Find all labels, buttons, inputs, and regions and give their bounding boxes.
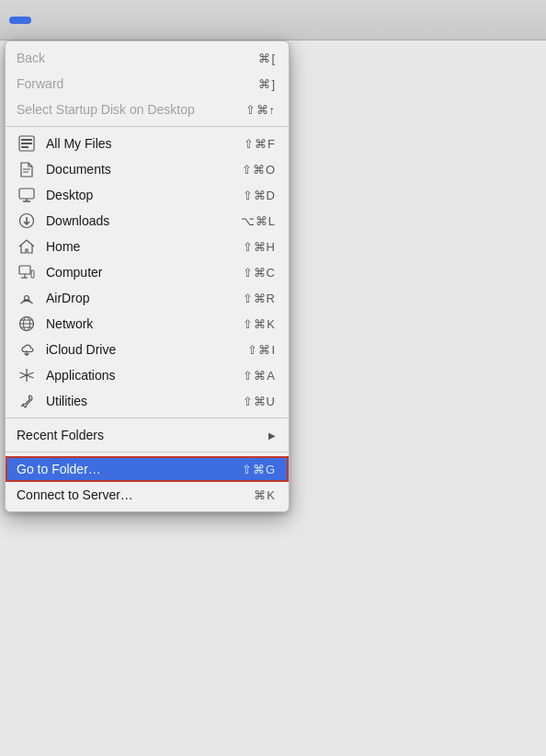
- menu-item-left-all-my-files: All My Files: [17, 133, 112, 154]
- menu-item-left-documents: Documents: [17, 159, 111, 179]
- menu-section-1: All My Files⇧⌘F Documents⇧⌘O Desktop⇧⌘D …: [6, 126, 289, 418]
- menu-item-all-my-files[interactable]: All My Files⇧⌘F: [6, 131, 289, 156]
- menu-item-left-forward: Forward: [17, 76, 63, 91]
- menu-item-label-airdrop: AirDrop: [46, 291, 89, 305]
- downloads-icon: [17, 211, 37, 231]
- menu-go[interactable]: [9, 17, 31, 24]
- menu-item-shortcut-home: ⇧⌘H: [243, 240, 276, 254]
- menu-item-left-network: Network: [17, 314, 93, 334]
- svg-rect-6: [19, 189, 34, 199]
- menu-item-label-go-to-folder: Go to Folder…: [17, 462, 101, 476]
- menu-item-computer[interactable]: Computer⇧⌘C: [6, 259, 289, 285]
- svg-rect-14: [31, 270, 34, 278]
- menu-item-shortcut-utilities: ⇧⌘U: [243, 395, 276, 408]
- menu-item-icloud-drive[interactable]: iCloud Drive⇧⌘I: [6, 337, 289, 362]
- menu-item-label-documents: Documents: [46, 162, 111, 177]
- menu-item-back: Back⌘[: [6, 45, 289, 71]
- menu-section-3: Go to Folder…⇧⌘GConnect to Server…⌘K: [6, 452, 289, 511]
- menu-item-left-go-to-folder: Go to Folder…: [17, 462, 101, 476]
- menu-section-0: Back⌘[Forward⌘]Select Startup Disk on De…: [6, 41, 289, 126]
- submenu-arrow-icon: ▶: [268, 430, 276, 441]
- menu-item-label-network: Network: [46, 316, 93, 331]
- desktop-icon: [17, 185, 37, 205]
- computer-icon: [17, 262, 37, 282]
- menu-item-left-icloud-drive: iCloud Drive: [17, 339, 116, 360]
- menu-section-2: Recent Folders▶: [6, 418, 289, 452]
- menu-bar: [0, 0, 546, 40]
- svg-rect-3: [21, 146, 28, 148]
- menu-item-left-applications: Applications: [17, 365, 116, 385]
- menu-item-forward: Forward⌘]: [6, 71, 289, 97]
- menu-item-left-startup-disk: Select Startup Disk on Desktop: [17, 102, 195, 117]
- menu-item-shortcut-airdrop: ⇧⌘R: [243, 292, 276, 305]
- menu-item-left-connect-to-server: Connect to Server…: [17, 487, 133, 502]
- menu-item-label-applications: Applications: [46, 368, 116, 383]
- menu-item-label-utilities: Utilities: [46, 394, 87, 408]
- menu-item-applications[interactable]: Applications⇧⌘A: [6, 362, 289, 388]
- menu-item-label-back: Back: [17, 51, 45, 65]
- menu-item-left-utilities: Utilities: [17, 391, 87, 411]
- menu-item-shortcut-connect-to-server: ⌘K: [254, 488, 276, 502]
- menu-item-shortcut-startup-disk: ⇧⌘↑: [245, 103, 277, 117]
- menu-help[interactable]: [53, 17, 75, 24]
- menu-item-label-downloads: Downloads: [46, 213, 109, 228]
- all-my-files-icon: [17, 133, 37, 154]
- menu-item-shortcut-back: ⌘[: [258, 52, 276, 65]
- menu-item-airdrop[interactable]: AirDrop⇧⌘R: [6, 285, 289, 311]
- menu-item-left-airdrop: AirDrop: [17, 288, 89, 308]
- menu-item-label-all-my-files: All My Files: [46, 136, 112, 151]
- menu-item-shortcut-icloud-drive: ⇧⌘I: [247, 343, 276, 357]
- menu-item-label-startup-disk: Select Startup Disk on Desktop: [17, 102, 195, 117]
- menu-item-connect-to-server[interactable]: Connect to Server…⌘K: [6, 482, 289, 508]
- svg-rect-11: [19, 266, 30, 274]
- menu-item-home[interactable]: Home⇧⌘H: [6, 234, 289, 259]
- menu-item-network[interactable]: Network⇧⌘K: [6, 311, 289, 337]
- menu-item-desktop[interactable]: Desktop⇧⌘D: [6, 182, 289, 208]
- menu-item-shortcut-network: ⇧⌘K: [243, 317, 276, 331]
- menu-item-startup-disk: Select Startup Disk on Desktop⇧⌘↑: [6, 97, 289, 122]
- network-icon: [17, 314, 37, 334]
- menu-item-left-back: Back: [17, 51, 45, 65]
- menu-item-label-connect-to-server: Connect to Server…: [17, 487, 133, 502]
- menu-item-label-home: Home: [46, 239, 80, 254]
- applications-icon: [17, 365, 37, 385]
- menu-item-shortcut-all-my-files: ⇧⌘F: [244, 137, 276, 151]
- menu-item-documents[interactable]: Documents⇧⌘O: [6, 156, 289, 182]
- menu-item-left-recent-folders: Recent Folders: [17, 428, 104, 442]
- menu-item-label-desktop: Desktop: [46, 188, 93, 202]
- icloud-drive-icon: [17, 339, 37, 360]
- menu-item-downloads[interactable]: Downloads⌥⌘L: [6, 208, 289, 234]
- menu-item-label-computer: Computer: [46, 265, 102, 280]
- menu-item-shortcut-desktop: ⇧⌘D: [243, 189, 276, 202]
- menu-item-shortcut-downloads: ⌥⌘L: [241, 214, 276, 228]
- svg-rect-2: [21, 143, 32, 144]
- menu-item-shortcut-documents: ⇧⌘O: [242, 163, 276, 177]
- documents-icon: [17, 159, 37, 179]
- menu-item-left-desktop: Desktop: [17, 185, 93, 205]
- dropdown-panel: Back⌘[Forward⌘]Select Startup Disk on De…: [5, 40, 290, 512]
- menu-item-go-to-folder[interactable]: Go to Folder…⇧⌘G: [6, 456, 289, 482]
- menu-item-shortcut-applications: ⇧⌘A: [243, 369, 276, 383]
- menu-item-recent-folders[interactable]: Recent Folders▶: [6, 422, 289, 448]
- menu-item-left-downloads: Downloads: [17, 211, 109, 231]
- menu-item-label-icloud-drive: iCloud Drive: [46, 342, 116, 357]
- airdrop-icon: [17, 288, 37, 308]
- menu-item-label-forward: Forward: [17, 76, 63, 91]
- home-icon: [17, 236, 37, 257]
- go-menu-dropdown: Back⌘[Forward⌘]Select Startup Disk on De…: [0, 40, 546, 512]
- menu-item-shortcut-go-to-folder: ⇧⌘G: [242, 463, 276, 476]
- menu-item-utilities[interactable]: Utilities⇧⌘U: [6, 388, 289, 414]
- utilities-icon: [17, 391, 37, 411]
- menu-item-shortcut-computer: ⇧⌘C: [243, 266, 276, 280]
- menu-item-label-recent-folders: Recent Folders: [17, 428, 104, 442]
- menu-item-left-home: Home: [17, 236, 80, 257]
- svg-rect-1: [21, 139, 32, 141]
- menu-item-shortcut-forward: ⌘]: [258, 77, 276, 91]
- menu-item-left-computer: Computer: [17, 262, 102, 282]
- menu-window[interactable]: [31, 17, 53, 24]
